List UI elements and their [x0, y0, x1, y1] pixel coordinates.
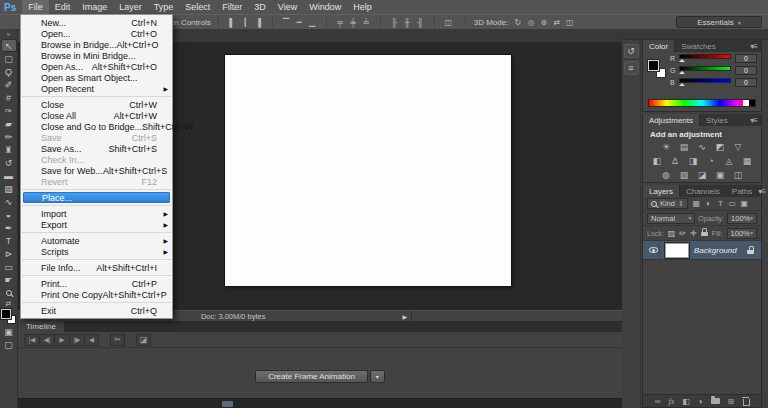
menubar-item-type[interactable]: Type [148, 0, 180, 14]
document-canvas[interactable] [225, 55, 511, 286]
menu-item-scripts[interactable]: Scripts▶ [21, 246, 172, 257]
menubar-item-help[interactable]: Help [347, 0, 378, 14]
move-tool[interactable]: ↖ [1, 39, 17, 52]
curves-icon[interactable]: ∿ [696, 141, 708, 153]
menu-item-revert[interactable]: RevertF12 [21, 176, 172, 187]
3d-rotate-icon[interactable]: ↻ [511, 16, 524, 28]
distribute-vertical-centers-icon[interactable]: ╪ [347, 16, 360, 28]
black-white-icon[interactable]: ◨ [687, 155, 699, 167]
layers-tab-channels[interactable]: Channels [680, 185, 726, 197]
lasso-tool[interactable]: Ϙ [1, 65, 17, 78]
menu-item-close-and-go-to-bridge[interactable]: Close and Go to Bridge...Shift+Ctrl+W [21, 121, 172, 132]
eraser-tool[interactable]: ▬ [1, 169, 17, 182]
menu-item-automate[interactable]: Automate▶ [21, 235, 172, 246]
create-animation-dropdown-button[interactable]: ▾ [370, 370, 385, 383]
path-selection-tool[interactable]: ⊳ [1, 247, 17, 260]
menu-item-check-in[interactable]: Check In... [21, 154, 172, 165]
menu-item-browse-in-bridge[interactable]: Browse in Bridge...Alt+Ctrl+O [21, 39, 172, 50]
spot-healing-brush-tool[interactable]: ▰ [1, 117, 17, 130]
lock-position-icon[interactable]: ✛ [690, 229, 697, 238]
menu-item-open[interactable]: Open...Ctrl+O [21, 28, 172, 39]
channel-gradient-bar[interactable] [679, 66, 731, 71]
layer-thumbnail[interactable] [665, 243, 689, 258]
menu-item-print[interactable]: Print...Ctrl+P [21, 278, 172, 289]
next-frame-button[interactable]: |▶ [69, 334, 84, 346]
menubar-item-view[interactable]: View [272, 0, 303, 14]
align-horizontal-centers-icon[interactable]: ┃ [239, 16, 252, 28]
distribute-left-edges-icon[interactable]: ╟ [388, 16, 401, 28]
color-spectrum-ramp[interactable] [648, 99, 756, 107]
photo-filter-icon[interactable]: ◔ [705, 155, 717, 167]
slider-marker[interactable] [679, 59, 685, 62]
fill-dropdown[interactable]: 100% ▾ [727, 228, 757, 239]
channel-slider[interactable] [679, 54, 731, 62]
layer-visibility-cell[interactable] [647, 241, 660, 259]
menu-item-new[interactable]: New...Ctrl+N [21, 17, 172, 28]
color-swatches-widget[interactable] [1, 309, 16, 324]
menubar-item-window[interactable]: Window [303, 0, 347, 14]
distribute-top-edges-icon[interactable]: ╤ [334, 16, 347, 28]
split-clip-button[interactable]: ✂ [110, 334, 125, 346]
panel-color-swatches[interactable] [648, 60, 666, 78]
layers-tab-paths[interactable]: Paths [726, 185, 758, 197]
panel-history-icon[interactable]: ↺ [624, 44, 639, 58]
layers-tab-layers[interactable]: Layers [643, 185, 680, 197]
go-to-first-frame-button[interactable]: |◀ [24, 334, 39, 346]
new-layer-button-icon[interactable]: ⊞ [728, 397, 735, 406]
selective-color-icon[interactable]: ◫ [732, 169, 744, 181]
eyedropper-tool[interactable]: ✑ [1, 104, 17, 117]
lock-transparent-pixels-icon[interactable]: ▨ [668, 229, 676, 238]
distribute-horizontal-centers-icon[interactable]: ╫ [401, 16, 414, 28]
shape-tool[interactable]: ▭ [1, 260, 17, 273]
filter-smart-objects-icon[interactable]: ▣ [739, 199, 750, 208]
hand-tool[interactable]: ☛ [1, 273, 17, 286]
exposure-icon[interactable]: ◩ [714, 141, 726, 153]
screen-mode-button[interactable]: ▢ [1, 338, 17, 351]
distribute-bottom-edges-icon[interactable]: ╧ [360, 16, 373, 28]
zoom-tool[interactable] [1, 286, 17, 299]
3d-roll-icon[interactable]: ◎ [524, 16, 537, 28]
filter-type-layers-icon[interactable]: T [715, 199, 726, 208]
color-tab-swatches[interactable]: Swatches [675, 40, 722, 52]
clone-stamp-tool[interactable]: ♜ [1, 143, 17, 156]
previous-frame-button[interactable]: ◀| [39, 334, 54, 346]
history-brush-tool[interactable]: ↺ [1, 156, 17, 169]
auto-align-layers-icon[interactable]: ◫ [442, 16, 455, 28]
menu-item-print-one-copy[interactable]: Print One CopyAlt+Shift+Ctrl+P [21, 289, 172, 300]
delete-layer-button-icon[interactable] [742, 397, 749, 405]
invert-icon[interactable]: ◍ [660, 169, 672, 181]
layer-row-background[interactable]: Background [643, 241, 761, 260]
color-lookup-icon[interactable]: ▦ [741, 155, 753, 167]
menu-item-close[interactable]: CloseCtrl+W [21, 99, 172, 110]
menubar-item-3d[interactable]: 3D [248, 0, 272, 14]
channel-gradient-bar[interactable] [679, 78, 731, 83]
posterize-icon[interactable]: ▨ [678, 169, 690, 181]
spectrum-black-cell[interactable] [749, 100, 755, 106]
new-group-button-icon[interactable] [711, 398, 720, 404]
link-layers-button-icon[interactable]: ∞ [655, 397, 661, 406]
gradient-tool[interactable]: ▧ [1, 182, 17, 195]
3d-slide-icon[interactable]: ⇄ [550, 16, 563, 28]
align-bottom-edges-icon[interactable]: ▁ [306, 16, 319, 28]
color-tab-color[interactable]: Color [643, 40, 675, 52]
adjustments-tab-styles[interactable]: Styles [700, 114, 734, 126]
status-flyout-arrow-icon[interactable]: ▶ [402, 313, 407, 320]
timeline-tab[interactable]: Timeline [18, 321, 64, 332]
brightness-contrast-icon[interactable]: ☀ [660, 141, 672, 153]
create-frame-animation-button[interactable]: Create Frame Animation [255, 370, 368, 383]
opacity-dropdown[interactable]: 100% ▾ [727, 213, 757, 224]
blend-mode-dropdown[interactable]: Normal ▾ [647, 213, 695, 224]
menu-item-exit[interactable]: ExitCtrl+Q [21, 305, 172, 316]
menu-item-browse-in-mini-bridge[interactable]: Browse in Mini Bridge... [21, 50, 172, 61]
panel-menu-icon[interactable]: ▾≡ [750, 42, 761, 51]
pen-tool[interactable]: ✒ [1, 221, 17, 234]
panel-menu-icon[interactable]: ▾≡ [750, 116, 761, 125]
channel-value-field[interactable]: 0 [735, 78, 757, 87]
rectangular-marquee-tool[interactable]: ▢ [1, 52, 17, 65]
menu-item-file-info[interactable]: File Info...Alt+Shift+Ctrl+I [21, 262, 172, 273]
panel-foreground-swatch[interactable] [648, 60, 659, 71]
filter-shape-layers-icon[interactable]: ▭ [727, 199, 738, 208]
filter-adjustment-layers-icon[interactable]: ◐ [703, 199, 714, 208]
menu-item-save[interactable]: SaveCtrl+S [21, 132, 172, 143]
lock-image-pixels-icon[interactable]: ✏ [679, 229, 686, 238]
